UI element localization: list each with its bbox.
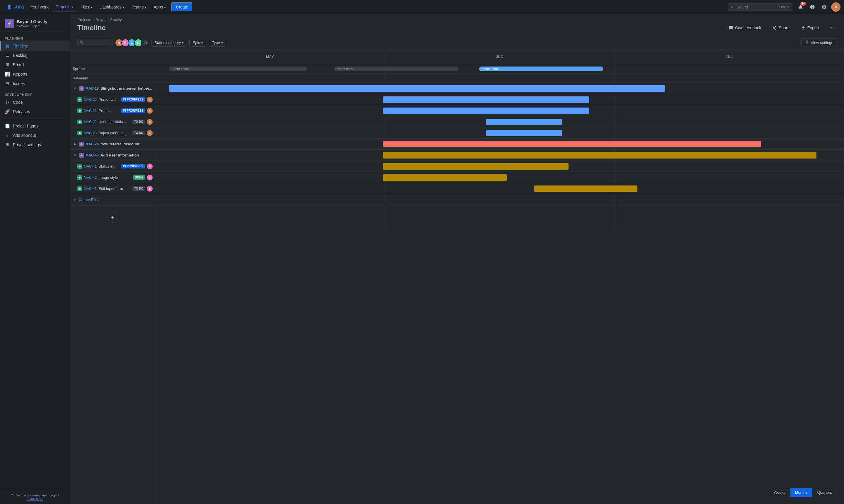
timeline-inner: Sprints Releases ▼ ⚡ MAC-19 Slingshot ma… [70,50,844,504]
give-feedback-label: Give feedback [735,25,761,30]
table-row[interactable]: ■ MAC-41 Status in... IN PROGRESS B [70,161,155,172]
add-item-button[interactable]: + [108,212,118,223]
sidebar-divider [0,119,70,119]
table-row[interactable]: ■ MAC-20 Persona... IN PROGRESS A [70,94,155,105]
share-button[interactable]: Share [768,23,793,32]
user-avatar[interactable]: A [831,2,841,12]
bar-mac41[interactable] [383,163,569,170]
create-button[interactable]: Create [171,2,193,12]
assignee-avatar: A [147,130,153,136]
sprint-bar-1[interactable]: Sprint name [169,67,307,71]
quarters-button[interactable]: Quarters [812,488,837,497]
search-box[interactable]: Search [728,3,792,11]
epic-label: Epic [193,40,200,45]
development-section-label: DEVELOPMENT [0,88,70,97]
issue-key: MAC-20 [84,97,97,102]
table-row[interactable]: ■ MAC-23 Adjust global s... TO DO A [70,127,155,139]
give-feedback-button[interactable]: Give feedback [725,23,765,32]
sidebar-project-header[interactable]: ⚡ Beyond Gravity Software project [0,14,70,32]
bar-mac19[interactable] [169,85,665,92]
bar-mac24[interactable] [383,141,762,147]
months-button[interactable]: Months [790,488,812,497]
sidebar-item-add-shortcut[interactable]: + Add shortcut [0,131,70,140]
weeks-button[interactable]: Weeks [769,488,790,497]
issue-key: MAC-40 [86,153,99,157]
export-button[interactable]: Export [797,23,823,32]
bar-mac21[interactable] [383,108,589,114]
status-category-filter[interactable]: Status category [151,39,187,47]
breadcrumb-projects[interactable]: Projects [77,18,91,22]
filter-search-box[interactable] [77,39,112,46]
sidebar-item-code[interactable]: ⟨⟩ Code [0,97,70,107]
nav-your-work[interactable]: Your work [28,3,52,11]
bar-mac42[interactable] [383,174,507,181]
status-category-label: Status category [155,40,181,45]
view-settings-button[interactable]: View settings [801,38,837,47]
notifications-button[interactable]: 9+ [796,2,805,12]
table-row[interactable]: ■ MAC-43 Edit input form TO DO B [70,183,155,194]
content-header: Projects / Beyond Gravity Timeline Give … [70,14,844,36]
status-category-chevron-icon [182,40,184,45]
expand-mac19-button[interactable]: ▼ [73,86,77,91]
more-icon [829,25,834,31]
sprint-bar-3[interactable]: Sprint name [479,67,603,71]
nav-logo[interactable]: Jira [3,3,26,11]
bar-mac43[interactable] [534,185,638,192]
sidebar-item-board[interactable]: ⊞ Board [0,60,70,69]
issue-title: User interactio... [98,120,131,124]
issue-key: MAC-23 [84,131,97,135]
assignee-avatar: A [147,119,153,125]
expand-mac24-button[interactable]: ▶ [73,142,77,146]
search-input[interactable] [736,5,777,10]
sidebar-item-issues[interactable]: ⊟ Issues [0,79,70,88]
sidebar-item-timeline[interactable]: ▦ Timeline [0,41,70,51]
sidebar-item-releases[interactable]: 🚀 Releases [0,107,70,116]
bar-mac22[interactable] [486,119,562,125]
issue-title: Product... [98,108,120,113]
table-row[interactable]: ■ MAC-42 Image style DONE B [70,172,155,183]
nav-dashboards[interactable]: Dashboards [96,3,127,11]
nav-projects[interactable]: Projects [53,3,76,12]
issue-key: MAC-22 [84,120,97,124]
expand-mac40-button[interactable]: ▼ [73,153,77,158]
sidebar-item-reports[interactable]: 📊 Reports [0,69,70,79]
nav-filter[interactable]: Filter [77,3,95,11]
nav-teams[interactable]: Teams [129,3,149,11]
learn-more-link[interactable]: Learn more [27,497,43,501]
more-button[interactable] [826,23,837,33]
story-icon: ■ [77,164,82,169]
sidebar-item-project-pages[interactable]: 📄 Project Pages [0,121,70,131]
bar-mac20[interactable] [383,96,589,103]
sidebar-item-project-pages-label: Project Pages [13,124,38,128]
breadcrumb: Projects / Beyond Gravity [77,18,837,22]
type-filter[interactable]: Type [209,39,226,47]
view-switcher: Weeks Months Quarters [769,488,837,497]
notification-badge: 9+ [800,2,806,5]
issue-title: Status in... [98,164,120,168]
table-row[interactable]: ▶ ⚡ MAC-24 New referral discount [70,139,155,150]
assignee-avatar: B [147,175,153,180]
bar-mac40[interactable] [383,152,817,159]
help-button[interactable] [808,2,817,12]
filter-search-input[interactable] [85,40,110,45]
breadcrumb-project[interactable]: Beyond Gravity [96,18,122,22]
table-row[interactable]: ■ MAC-21 Product... IN PROGRESS A [70,105,155,116]
gantt-rows: Sprint name Sprint name Sprint name [155,64,844,504]
table-row[interactable]: ▼ ⚡ MAC-19 Slingshot maneuver helper... [70,83,155,94]
bar-mac23[interactable] [486,130,562,136]
sidebar-item-backlog[interactable]: ☰ Backlog [0,51,70,60]
svg-point-3 [831,28,832,29]
create-epic-row[interactable]: Create Epic [70,194,155,205]
avatar-count[interactable]: +14 [141,39,149,47]
settings-button[interactable] [820,2,829,12]
sidebar-item-issues-label: Issues [13,81,24,86]
epic-filter[interactable]: Epic [189,39,206,47]
status-badge: IN PROGRESS [121,164,145,168]
table-row[interactable]: ■ MAC-22 User interactio... TO DO A [70,116,155,127]
table-row[interactable]: ▼ ⚡ MAC-40 Add user information [70,150,155,161]
sprint-bar-2[interactable]: Sprint name [335,67,458,71]
teams-chevron-icon [145,5,146,10]
nav-apps[interactable]: Apps [151,3,169,11]
sidebar-item-project-settings[interactable]: ⚙ Project settings [0,140,70,149]
add-shortcut-icon: + [5,133,10,138]
